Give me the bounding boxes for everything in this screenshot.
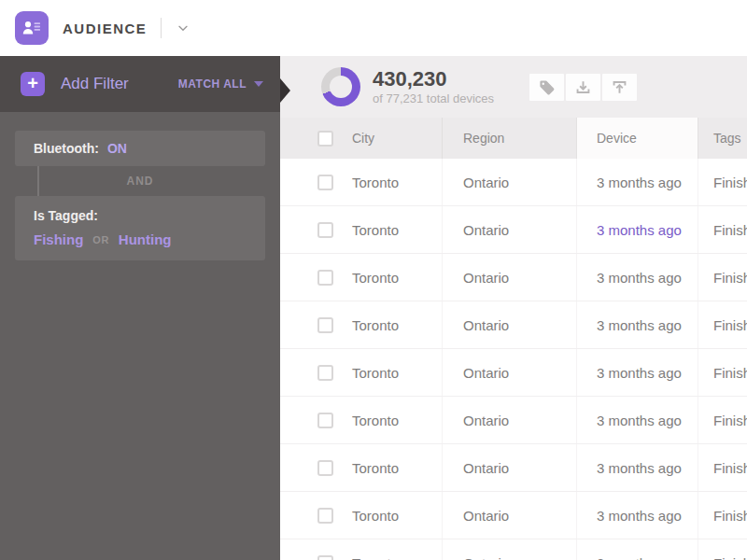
table-row[interactable]: Toronto Ontario 3 months ago Finish [280, 301, 747, 349]
row-checkbox[interactable] [317, 317, 333, 333]
download-icon [574, 78, 592, 96]
cell-region: Ontario [442, 159, 576, 205]
cell-device: 3 months ago [576, 159, 698, 205]
filter-label: Bluetooth: [34, 141, 99, 156]
table-row[interactable]: Toronto Ontario 3 months ago Finish [280, 349, 747, 397]
filter-card-tagged[interactable]: Is Tagged: Fishing OR Hunting [15, 196, 265, 260]
person-list-icon [21, 17, 43, 39]
cell-region: Ontario [442, 349, 576, 396]
sidebar-arrow-notch [280, 78, 290, 103]
cell-region: Ontario [442, 301, 576, 348]
cell-tags: Finish [698, 397, 747, 443]
table-body: Toronto Ontario 3 months ago Finish Toro… [280, 159, 747, 560]
cell-region: Ontario [442, 397, 576, 443]
page-title: AUDIENCE [63, 21, 147, 36]
cell-city: Toronto [345, 254, 442, 301]
tag-fishing[interactable]: Fishing [34, 231, 83, 247]
filter-card-bluetooth[interactable]: Bluetooth: ON [15, 131, 265, 166]
cell-tags: Finish [698, 254, 747, 301]
row-checkbox[interactable] [317, 413, 333, 428]
tag-icon [538, 78, 556, 96]
cell-device: 3 months ago [576, 397, 698, 443]
upload-icon [611, 78, 628, 96]
cell-region: Ontario [442, 206, 576, 253]
filter-sidebar: + Add Filter MATCH ALL Bluetooth: ON AND [0, 56, 280, 560]
cell-city: Toronto [345, 349, 442, 396]
stats-text: 430,230 of 77,231 total devices [373, 68, 494, 105]
row-checkbox[interactable] [317, 222, 333, 238]
table-row[interactable]: Toronto Ontario 3 months ago Finish [280, 492, 747, 539]
cell-city: Toronto [345, 206, 442, 253]
app-window: AUDIENCE + Add Filter MATCH ALL Bluetoot… [0, 0, 747, 560]
row-checkbox[interactable] [317, 508, 333, 524]
table-row[interactable]: Toronto Ontario 3 months ago Finish [280, 159, 747, 206]
row-checkbox[interactable] [317, 270, 333, 286]
cell-tags: Finish [698, 492, 747, 539]
row-checkbox[interactable] [317, 555, 333, 560]
cell-city: Toronto [345, 492, 442, 539]
column-header-device[interactable]: Device [576, 118, 698, 159]
table-row[interactable]: Toronto Ontario 3 months ago Finish [280, 206, 747, 254]
cell-tags: Finish [698, 444, 747, 491]
caret-down-icon [254, 81, 263, 87]
tag-hunting[interactable]: Hunting [119, 231, 172, 247]
cell-region: Ontario [442, 539, 576, 560]
cell-region: Ontario [442, 254, 576, 301]
cell-tags: Finish [698, 301, 747, 348]
cell-tags: Finish [698, 206, 747, 253]
selected-device-count: 430,230 [373, 68, 494, 90]
table-header: City Region Device Tags [280, 118, 747, 159]
cell-device: 3 months ago [576, 539, 698, 560]
connector-label: AND [15, 175, 265, 188]
title-divider [161, 18, 162, 38]
cell-device: 3 months ago [576, 206, 698, 253]
column-header-tags[interactable]: Tags [698, 118, 747, 159]
chevron-down-icon[interactable] [176, 21, 190, 35]
row-checkbox[interactable] [317, 175, 333, 190]
add-filter-button[interactable]: + [21, 72, 45, 96]
cell-device: 3 months ago [576, 301, 698, 348]
filter-value: ON [107, 141, 127, 156]
filter-connector: AND [15, 166, 265, 196]
cell-city: Toronto [345, 159, 442, 205]
top-header: AUDIENCE [0, 0, 747, 56]
table-row[interactable]: Toronto Ontario 3 months ago Finish [280, 539, 747, 560]
cell-city: Toronto [345, 301, 442, 348]
cell-tags: Finish [698, 159, 747, 205]
tag-conjunction: OR [92, 234, 109, 245]
table-row[interactable]: Toronto Ontario 3 months ago Finish [280, 397, 747, 444]
upload-button[interactable] [602, 74, 637, 101]
donut-hole [330, 76, 352, 98]
cell-city: Toronto [345, 397, 442, 443]
row-checkbox[interactable] [317, 460, 333, 476]
add-filter-label[interactable]: Add Filter [61, 75, 129, 93]
select-all-checkbox[interactable] [317, 131, 333, 147]
filter-label: Is Tagged: [34, 208, 247, 223]
cell-region: Ontario [442, 444, 576, 491]
total-devices-label: of 77,231 total devices [373, 91, 494, 105]
filter-toolbar: + Add Filter MATCH ALL [0, 56, 280, 112]
cell-tags: Finish [698, 539, 747, 560]
active-filters: Bluetooth: ON AND Is Tagged: Fishing OR … [0, 112, 280, 260]
tag-button[interactable] [529, 74, 564, 101]
table-row[interactable]: Toronto Ontario 3 months ago Finish [280, 254, 747, 301]
cell-city: Toronto [345, 444, 442, 491]
cell-tags: Finish [698, 349, 747, 396]
stats-bar: 430,230 of 77,231 total devices [280, 56, 747, 118]
cell-device: 3 months ago [576, 492, 698, 539]
cell-device: 3 months ago [576, 349, 698, 396]
column-header-city[interactable]: City [345, 118, 442, 159]
donut-chart [321, 67, 360, 106]
cell-region: Ontario [442, 492, 576, 539]
download-button[interactable] [566, 74, 600, 101]
audience-app-icon[interactable] [15, 11, 49, 45]
match-all-dropdown[interactable]: MATCH ALL [178, 77, 263, 91]
cell-device: 3 months ago [576, 444, 698, 491]
content-area: 430,230 of 77,231 total devices [280, 56, 747, 560]
cell-device: 3 months ago [576, 254, 698, 301]
table-row[interactable]: Toronto Ontario 3 months ago Finish [280, 444, 747, 492]
column-header-region[interactable]: Region [442, 118, 576, 159]
cell-city: Toronto [345, 539, 442, 560]
row-checkbox[interactable] [317, 365, 333, 381]
action-toolbar [529, 74, 637, 101]
